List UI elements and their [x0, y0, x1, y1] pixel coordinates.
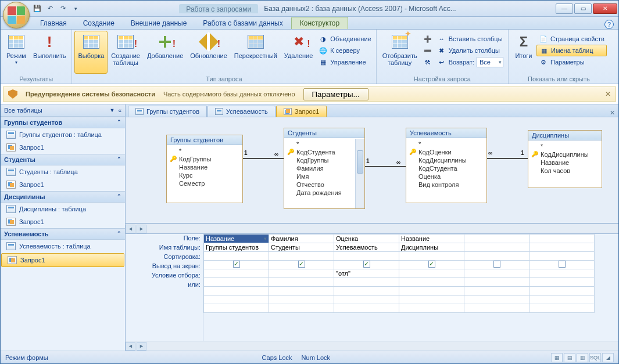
maximize-button[interactable]: ▭	[574, 3, 592, 14]
doc-tab[interactable]: Успеваемость	[207, 106, 275, 117]
showtable-button[interactable]: ✦ Отобразить таблицу	[379, 31, 421, 74]
passthrough-button[interactable]: 🌐К серверу	[316, 45, 373, 56]
totals-button[interactable]: Σ Итоги	[511, 31, 536, 74]
collapse-icon[interactable]: ⌃	[117, 193, 121, 200]
help-icon[interactable]: ?	[604, 20, 614, 29]
view-sql-icon[interactable]: SQL	[589, 353, 601, 362]
grid-cell-criteria[interactable]	[269, 269, 334, 278]
scroll-left-icon[interactable]: ◄	[126, 342, 135, 351]
maketable-button[interactable]: ! Создание таблицы	[108, 31, 144, 74]
checkbox-checked-icon[interactable]	[233, 261, 240, 268]
delete-query-button[interactable]: ✖! Удаление	[281, 31, 317, 74]
grid-cell-table[interactable]: Успеваемость	[334, 243, 399, 252]
office-button[interactable]	[3, 2, 30, 28]
grid-cell-field[interactable]: Название	[399, 235, 464, 243]
deleterows-button[interactable]: ➖	[421, 45, 435, 56]
grid-cell-show[interactable]	[269, 261, 334, 269]
grid-cell-table[interactable]: Дисциплины	[399, 243, 464, 252]
table-box-disciplines[interactable]: Дисциплины * КодДисциплины Название Кол …	[528, 130, 602, 188]
nav-item-table[interactable]: Студенты : таблица	[1, 165, 125, 178]
scrollbar-vertical[interactable]	[355, 139, 364, 208]
view-chart-icon[interactable]: ▥	[577, 353, 588, 362]
grid-cell-field[interactable]	[464, 235, 529, 243]
grid-cell-field[interactable]: Фамилия	[269, 235, 334, 243]
scroll-thumb[interactable]	[357, 150, 363, 174]
grid-cell-field[interactable]	[529, 235, 595, 243]
append-button[interactable]: ! Добавление	[144, 31, 187, 74]
qat-customize-icon[interactable]: ▾	[70, 3, 81, 14]
grid-cell-field[interactable]: Оценка	[334, 235, 399, 243]
doc-tab-close-icon[interactable]: ✕	[610, 109, 615, 117]
grid-cell-table[interactable]: Студенты	[269, 243, 334, 252]
nav-group-header[interactable]: Дисциплины⌃	[1, 191, 125, 203]
nav-group-header[interactable]: Студенты⌃	[1, 154, 125, 165]
security-close-icon[interactable]: ✕	[605, 90, 611, 98]
grid-cell-criteria[interactable]: "отл"	[334, 269, 399, 278]
grid-cell-show[interactable]	[399, 261, 464, 269]
union-button[interactable]: ◑Объединение	[316, 33, 373, 45]
close-button[interactable]: ✕	[593, 3, 617, 14]
propsheet-button[interactable]: 📄Страница свойств	[536, 33, 607, 45]
nav-group-header[interactable]: Успеваемость⌃	[1, 228, 125, 240]
grid-cell-show[interactable]	[204, 261, 269, 269]
nav-item-table[interactable]: Успеваемость : таблица	[1, 240, 125, 253]
grid-cell-criteria[interactable]	[399, 269, 464, 278]
datadefinition-button[interactable]: ▦Управление	[316, 56, 373, 68]
scroll-right-icon[interactable]: ►	[137, 225, 146, 233]
update-button[interactable]: ! Обновление	[187, 31, 231, 74]
table-box-groups[interactable]: Группы студентов * КодГруппы Название Ку…	[166, 135, 243, 203]
view-design-icon[interactable]: ◢	[602, 353, 614, 362]
tab-database-tools[interactable]: Работа с базами данных	[195, 17, 291, 29]
view-pivot-icon[interactable]: ▤	[564, 353, 575, 362]
return-combo[interactable]: Все	[477, 57, 503, 67]
nav-item-query[interactable]: Запрос1	[1, 215, 125, 228]
redo-icon[interactable]: ↷	[58, 3, 68, 14]
grid-cell-show[interactable]	[464, 261, 529, 269]
grid-hscroll[interactable]: ◄►	[126, 341, 618, 351]
builder-button[interactable]: 🛠	[421, 56, 435, 68]
scroll-left-icon[interactable]: ◄	[126, 225, 135, 233]
doc-tab-active[interactable]: Запрос1	[276, 106, 327, 117]
tablenames-button[interactable]: ▦Имена таблиц	[536, 45, 607, 56]
save-icon[interactable]: 💾	[32, 3, 42, 14]
minimize-button[interactable]: —	[556, 3, 573, 14]
collapse-icon[interactable]: ⌃	[117, 156, 121, 163]
nav-collapse-icon[interactable]: «	[118, 107, 121, 114]
checkbox-icon[interactable]	[493, 261, 500, 268]
grid-cell-table[interactable]	[529, 243, 595, 252]
insertrows-button[interactable]: ➕	[421, 33, 435, 45]
table-box-performance[interactable]: Успеваемость * КодОценки КодДисциплины К…	[406, 128, 487, 203]
tab-home[interactable]: Главная	[32, 17, 75, 29]
grid-cell-show[interactable]	[334, 261, 399, 269]
view-datasheet-icon[interactable]: ▦	[551, 353, 563, 362]
checkbox-checked-icon[interactable]	[428, 261, 435, 268]
checkbox-checked-icon[interactable]	[298, 261, 305, 268]
nav-item-query[interactable]: Запрос1	[1, 178, 125, 191]
query-design-canvas[interactable]: 1 ∞ 1 ∞ ∞ 1 Группы студентов * КодГруппы…	[126, 117, 618, 224]
insertcols-button[interactable]: ↔Вставить столбцы	[435, 33, 506, 45]
nav-item-query-selected[interactable]: Запрос1	[1, 253, 124, 267]
grid-cell-criteria[interactable]	[204, 269, 269, 278]
tab-external-data[interactable]: Внешние данные	[123, 17, 195, 29]
tab-designer[interactable]: Конструктор	[291, 17, 348, 29]
nav-item-query[interactable]: Запрос1	[1, 141, 125, 154]
grid-cell-field[interactable]: Название	[204, 235, 269, 243]
tab-create[interactable]: Создание	[75, 17, 123, 29]
grid-cell-table[interactable]	[464, 243, 529, 252]
view-mode-button[interactable]: Режим ▾	[3, 31, 30, 74]
parameters-button[interactable]: ⚙Параметры	[536, 56, 607, 68]
checkbox-icon[interactable]	[559, 261, 566, 268]
collapse-icon[interactable]: ⌃	[117, 119, 121, 126]
nav-group-header[interactable]: Группы студентов⌃	[1, 117, 125, 128]
run-button[interactable]: ! Выполнить	[30, 31, 69, 74]
nav-item-table[interactable]: Дисциплины : таблица	[1, 203, 125, 215]
grid-cell-show[interactable]	[529, 261, 595, 269]
grid-cell-table[interactable]: Группы студентов	[204, 243, 269, 252]
table-box-students[interactable]: Студенты * КодСтудента КодГруппы Фамилия…	[284, 128, 365, 209]
collapse-icon[interactable]: ⌃	[117, 230, 121, 237]
doc-tab[interactable]: Группы студентов	[128, 106, 207, 117]
canvas-hscroll[interactable]: ◄►	[126, 224, 618, 233]
nav-pane-header[interactable]: Все таблицы ▼ «	[1, 104, 125, 117]
crosstab-button[interactable]: Перекрестный	[231, 31, 281, 74]
undo-icon[interactable]: ↶	[45, 3, 55, 14]
